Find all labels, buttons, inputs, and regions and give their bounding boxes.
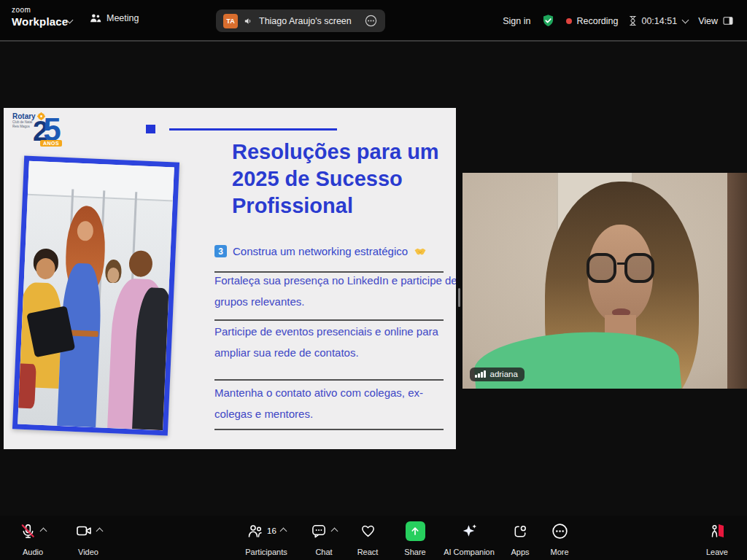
timer-chevron-down-icon[interactable] <box>682 16 689 23</box>
photo-person-left-face <box>36 257 55 279</box>
more-ellipsis-icon <box>551 522 569 540</box>
chat-button[interactable]: Chat <box>301 520 347 556</box>
timer-value: 00:14:51 <box>641 16 677 26</box>
logo-anos-badge: ANOS <box>40 140 62 147</box>
participant-name: adriana <box>490 370 518 378</box>
shared-screen-slide: Rotary Club de Natal Reis Magos <box>4 108 456 449</box>
audio-options-chevron[interactable] <box>40 527 47 534</box>
glasses-left-lens <box>587 253 616 283</box>
participants-count: 16 <box>267 526 276 535</box>
handshake-icon <box>414 246 427 256</box>
top-bar-right: Sign in Recording 00:14:51 View <box>503 0 747 42</box>
slide-item-1: Fortaleça sua presença no LinkedIn e par… <box>214 270 456 312</box>
photo-person-right-head <box>128 249 152 276</box>
video-button[interactable]: Video <box>61 520 115 556</box>
ai-companion-button[interactable]: AI Companion <box>436 520 502 556</box>
slide-item-2: Participe de eventos presenciais e onlin… <box>214 321 456 363</box>
slide-accent-rule <box>169 128 337 131</box>
slide-divider <box>214 429 444 430</box>
video-options-chevron[interactable] <box>96 527 103 534</box>
slide-heading-item: 3 Construa um networking estratégico <box>214 245 427 257</box>
slide-divider <box>214 379 444 381</box>
connection-bars-icon <box>475 370 486 378</box>
zoom-workplace-logo: zoom Workplace <box>12 7 68 27</box>
sharer-avatar: TA <box>223 14 238 28</box>
chat-label: Chat <box>315 548 332 556</box>
participants-button[interactable]: 16 Participants <box>233 520 299 556</box>
leave-door-icon <box>708 522 726 540</box>
share-screen-icon <box>406 521 425 541</box>
meeting-tab-label: Meeting <box>107 13 139 23</box>
react-button[interactable]: React <box>349 520 387 556</box>
recording-indicator[interactable]: Recording <box>566 16 618 26</box>
participant-name-tag: adriana <box>470 368 525 381</box>
participants-options-chevron[interactable] <box>279 527 287 534</box>
more-label: More <box>550 548 568 556</box>
shared-screen-label: Thiago Araujo's screen <box>259 16 352 26</box>
photo-red-bag <box>18 363 36 408</box>
rotary-25-anos-logo: Rotary Club de Natal Reis Magos <box>12 112 78 158</box>
chat-bubble-icon <box>311 523 328 540</box>
react-label: React <box>357 548 379 556</box>
participants-label: Participants <box>245 548 287 556</box>
apps-icon <box>512 523 529 540</box>
logo-zoom-text: zoom <box>12 7 68 14</box>
control-bar: Audio Video 16 <box>0 516 747 560</box>
ellipsis-circle-icon <box>364 14 378 28</box>
hourglass-icon <box>628 15 638 26</box>
top-bar: zoom Workplace Meeting TA Thiago Araujo'… <box>0 0 747 42</box>
ai-sparkle-icon <box>460 522 479 540</box>
photo-tablet <box>26 306 75 358</box>
tab-meeting[interactable]: Meeting <box>89 12 139 23</box>
panel-resize-handle[interactable] <box>458 288 460 307</box>
slide-photo-networking <box>12 156 179 436</box>
share-label: Share <box>404 548 425 556</box>
glasses-right-lens <box>624 253 654 283</box>
view-button[interactable]: View <box>698 15 734 26</box>
recording-dot-icon <box>566 18 572 24</box>
leave-label: Leave <box>706 548 728 556</box>
audio-label: Audio <box>23 548 43 556</box>
sign-in-button[interactable]: Sign in <box>503 16 530 26</box>
meeting-timer[interactable]: 00:14:51 <box>628 15 688 26</box>
rotary-brand-text: Rotary <box>12 112 36 120</box>
zoom-meeting-window: zoom Workplace Meeting TA Thiago Araujo'… <box>0 0 747 560</box>
video-wood-panel <box>727 173 747 389</box>
people-icon <box>89 12 101 23</box>
slide-heading-text: Construa um networking estratégico <box>233 245 408 257</box>
view-label: View <box>698 16 718 26</box>
camera-icon <box>75 523 93 539</box>
participants-icon <box>247 523 264 540</box>
share-options-button[interactable] <box>364 14 378 28</box>
meeting-stage: Rotary Club de Natal Reis Magos <box>0 43 747 516</box>
glasses-bridge <box>617 262 626 265</box>
keycap-3-icon: 3 <box>214 245 227 257</box>
slide-accent-square <box>146 125 155 133</box>
more-button[interactable]: More <box>540 520 579 556</box>
video-tile-adriana[interactable]: adriana <box>462 173 747 389</box>
photo-scene <box>18 161 174 430</box>
security-shield-icon[interactable] <box>541 13 556 28</box>
share-button[interactable]: Share <box>394 520 436 556</box>
heart-icon <box>360 523 376 540</box>
audio-button[interactable]: Audio <box>6 520 60 556</box>
leave-button[interactable]: Leave <box>694 520 740 556</box>
video-label: Video <box>78 548 98 556</box>
view-layout-icon <box>722 15 734 26</box>
apps-label: Apps <box>511 548 529 556</box>
slide-item-3: Mantenha o contato ativo com colegas, ex… <box>214 382 456 424</box>
recording-label: Recording <box>576 16 618 26</box>
apps-button[interactable]: Apps <box>502 520 538 556</box>
slide-title: Resoluções para um 2025 de Sucesso Profi… <box>232 139 449 219</box>
chat-options-chevron[interactable] <box>331 527 338 534</box>
microphone-muted-icon <box>20 523 36 540</box>
active-share-pill[interactable]: TA Thiago Araujo's screen <box>216 9 385 32</box>
ai-companion-label: AI Companion <box>444 548 495 556</box>
logo-workplace-text: Workplace <box>12 16 68 27</box>
speaker-icon <box>243 16 254 26</box>
